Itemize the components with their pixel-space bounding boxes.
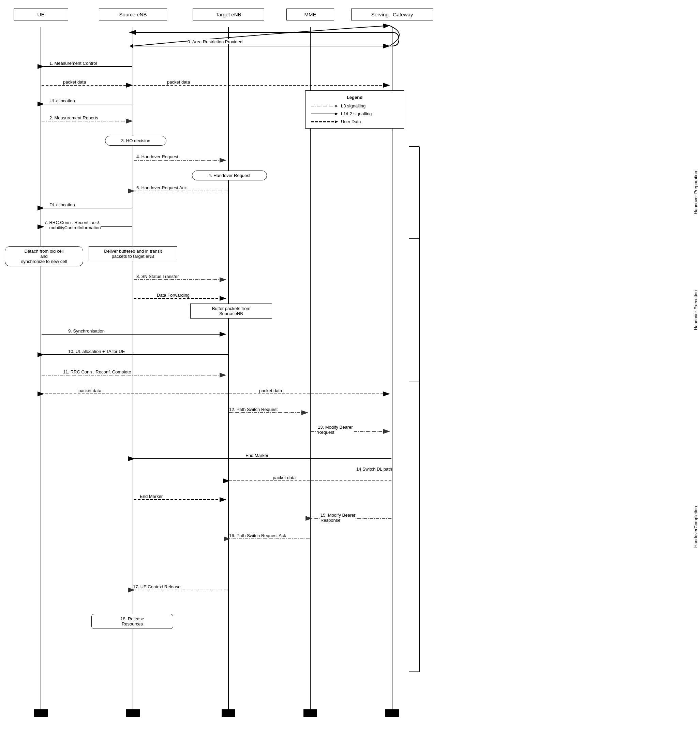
packet-data-3-label: packet data (78, 388, 101, 393)
msg1-label: 1. Measurement Control (49, 61, 97, 66)
msg6-label: 6. Handover Request Ack (137, 185, 187, 190)
mme-header: MME (287, 9, 334, 21)
target-enb-header: Target eNB (193, 9, 264, 21)
svg-marker-55 (335, 120, 338, 123)
msg9-label: 9. Synchronisation (68, 328, 105, 333)
detach-box: Detach from old cellandsynchronize to ne… (5, 246, 83, 267)
phase-preparation: Handover Preparation (693, 147, 698, 239)
msg2-label: 2. Measurement Reports (49, 115, 98, 120)
msg16-label: 16. Path Switch Request Ack (229, 533, 286, 538)
serving-gw-header: Serving Gateway (351, 9, 433, 21)
msg15-label: 15. Modify BearerResponse (321, 513, 356, 523)
packet-data-5-label: packet data (273, 475, 296, 480)
buffer-packets-box: Buffer packets fromSource eNB (190, 303, 272, 318)
source-enb-header: Source eNB (99, 9, 167, 21)
dl-alloc-label: DL allocation (49, 202, 75, 207)
phase-completion: HandoverCompletion (693, 382, 698, 672)
phase-execution: Handover Execution (693, 239, 698, 382)
legend-box: Legend L3 signalling L1/L2 signalling Us… (305, 90, 404, 128)
svg-marker-49 (129, 44, 133, 48)
svg-rect-13 (385, 709, 399, 717)
msg3-box: 3. HO decision (105, 136, 166, 146)
msg0-svg (129, 34, 402, 55)
packet-data-4-label: packet data (259, 388, 282, 393)
svg-rect-11 (222, 709, 235, 717)
msg12-label: 12. Path Switch Request (229, 407, 278, 412)
msg4-label: 4. Handover Request (137, 154, 178, 159)
msg7-label: 7. RRC Conn . Reconf . incl. mobilityCon… (44, 220, 101, 230)
legend-l3: L3 signalling (311, 103, 398, 109)
legend-l1l2: L1/L2 signalling (311, 111, 398, 116)
sequence-diagram: UE Source eNB Target eNB MME Serving Gat… (0, 0, 700, 738)
svg-rect-10 (126, 709, 140, 717)
packet-data-1-label: packet data (63, 80, 86, 85)
msg10-label: 10. UL allocation + TA for UE (68, 349, 125, 354)
data-fwd-label: Data Forwarding (157, 293, 190, 298)
packet-data-2-label: packet data (167, 80, 190, 85)
svg-rect-9 (34, 709, 48, 717)
svg-marker-53 (335, 112, 338, 115)
msg17-label: 17. UE Context Release (133, 584, 180, 589)
legend-title: Legend (311, 95, 398, 100)
msg8-label: 8. SN Status Transfer (137, 274, 179, 279)
msg11-label: 11. RRC Conn . Reconf. Complete (63, 369, 131, 374)
end-marker-1-label: End Marker (246, 453, 268, 458)
end-marker-2-label: End Marker (140, 494, 163, 499)
msg5-box: 4. Handover Request (192, 171, 267, 180)
ul-alloc-label: UL allocation (49, 98, 75, 103)
msg13-label: 13. Modify BearerRequest (318, 424, 353, 435)
ue-header: UE (14, 9, 68, 21)
deliver-buffered-box: Deliver buffered and in transitpackets t… (89, 246, 177, 261)
svg-marker-51 (335, 105, 338, 108)
svg-rect-12 (303, 709, 317, 717)
msg14-label: 14 Switch DL path (356, 467, 392, 471)
msg18-box: 18. ReleaseResources (91, 614, 173, 629)
legend-userdata: User Data (311, 119, 398, 124)
